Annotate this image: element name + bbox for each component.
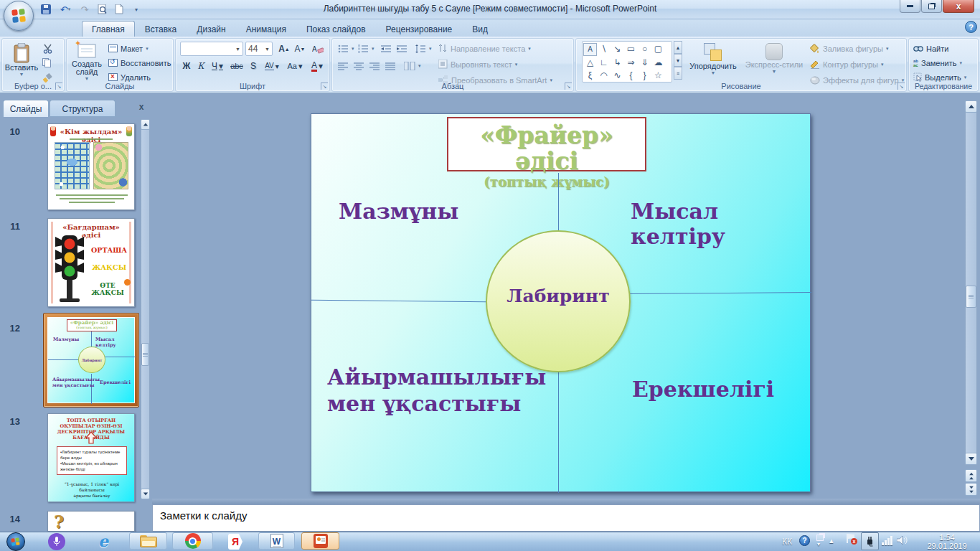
shape-right-arrow[interactable]: ⇒ — [624, 56, 638, 69]
main-scrollbar[interactable] — [965, 100, 977, 466]
replace-button[interactable]: abacЗаменить▾ — [913, 56, 962, 70]
main-scroll-down[interactable] — [965, 453, 977, 465]
tab-home[interactable]: Главная — [82, 21, 135, 37]
bold-button[interactable]: Ж — [180, 59, 193, 73]
shape-elbow[interactable]: ∟ — [597, 56, 611, 69]
strikethrough-button[interactable]: abc — [228, 59, 245, 73]
shapes-scroll-down[interactable]: ▼ — [674, 54, 682, 67]
slide-thumbnail-14[interactable]: ? — [47, 511, 135, 532]
font-color-button[interactable]: А▾ — [308, 59, 326, 73]
font-name-combo[interactable]: ▼ — [180, 42, 243, 56]
character-spacing-button[interactable]: AV▾ — [261, 59, 283, 73]
help-button[interactable]: ? — [965, 21, 977, 33]
panel-tab-outline[interactable]: Структура — [50, 100, 116, 117]
help-tray-icon[interactable]: ? — [799, 535, 810, 546]
notes-splitter[interactable] — [152, 499, 980, 504]
decrease-indent-button[interactable] — [381, 42, 392, 55]
panel-scroll-down[interactable] — [141, 489, 150, 499]
shape-arrow[interactable]: ↘ — [611, 42, 624, 55]
text-direction-button[interactable]: Направление текста▾ — [438, 42, 531, 55]
tab-review[interactable]: Рецензирование — [376, 21, 463, 37]
tab-view[interactable]: Вид — [462, 21, 498, 37]
shape-arc[interactable]: ◠ — [597, 69, 611, 82]
slide-label-topleft[interactable]: Мазмұны — [339, 199, 458, 224]
close-button[interactable]: x — [943, 0, 974, 13]
file-explorer-button[interactable] — [129, 532, 167, 550]
network-signal-icon[interactable] — [882, 536, 892, 545]
shapes-scroll-up[interactable]: ▲ — [674, 41, 682, 54]
shape-fill-button[interactable]: Заливка фигуры▾ — [810, 42, 889, 55]
slide-thumbnail-12-selected[interactable]: «Фрайер» әдісі (топтық жұмыс) Мазмұны Мы… — [43, 313, 139, 408]
text-shadow-button[interactable]: S — [247, 59, 260, 73]
slide-label-bottomright[interactable]: Ерекшелігі — [632, 377, 774, 402]
shape-triangle[interactable]: △ — [583, 56, 597, 69]
panel-scroll-thumb[interactable] — [141, 343, 149, 366]
slide-label-bottomleft[interactable]: Айырмашылығымен ұқсастығы — [327, 364, 546, 417]
layout-button[interactable]: Макет▾ — [108, 42, 149, 55]
numbering-button[interactable]: ▾ — [358, 42, 374, 55]
quick-styles-button[interactable]: Экспресс-стили▼ — [743, 41, 806, 85]
new-slide-button[interactable]: ✦ Создать слайд▼ — [68, 41, 105, 85]
tab-insert[interactable]: Вставка — [135, 21, 187, 37]
font-size-combo[interactable]: 44▼ — [245, 42, 273, 56]
internet-explorer-icon[interactable]: e — [93, 532, 113, 550]
reset-button[interactable]: ↺Восстановить — [108, 56, 171, 70]
italic-button[interactable]: К — [194, 59, 207, 73]
voice-recorder-icon[interactable] — [48, 533, 65, 550]
print-preview-button[interactable] — [95, 3, 109, 17]
paste-button[interactable]: Вставить▼ — [5, 41, 38, 84]
redo-button[interactable]: ↷ — [77, 3, 92, 17]
slide-thumbnail-13[interactable]: ТОПТА ОТЫРҒАН ОҚУШЫЛАР ӨЗІН-ӨЗІДЕСКРИПТО… — [47, 413, 135, 502]
tab-design[interactable]: Дизайн — [187, 21, 235, 37]
bullets-button[interactable]: ▾ — [338, 42, 354, 55]
copy-button[interactable] — [42, 56, 52, 70]
restore-button[interactable] — [921, 0, 942, 13]
panel-scroll-up[interactable] — [141, 119, 150, 130]
justify-button[interactable] — [385, 59, 396, 72]
align-text-button[interactable]: Выровнять текст▾ — [438, 57, 517, 71]
show-hidden-icons-button[interactable]: ▴ — [829, 536, 834, 545]
slide-thumbnail-10[interactable]: «Кім жылдам» әдісі — [47, 123, 135, 210]
office-button[interactable] — [4, 1, 34, 31]
word-button[interactable]: W — [258, 532, 295, 550]
undo-button[interactable]: ↶▾ — [56, 3, 75, 17]
change-case-button[interactable]: Aa▾ — [285, 59, 305, 73]
tab-animation[interactable]: Анимация — [236, 21, 296, 37]
line-spacing-button[interactable]: ▾ — [415, 42, 432, 55]
volume-icon[interactable] — [897, 535, 908, 547]
qat-customize-button[interactable]: ▾ — [129, 3, 143, 17]
tray-dropdown-icon[interactable]: ▾ — [817, 541, 820, 547]
chrome-button[interactable] — [172, 532, 213, 550]
increase-indent-button[interactable] — [397, 42, 407, 55]
slide-thumbnail-11[interactable]: «Бағдаршам» әдісі ОРТАША ЖАҚСЫ ӨТЕ ЖАҚСЫ — [47, 218, 135, 307]
shape-scribble[interactable]: ξ — [583, 69, 597, 82]
shape-rounded-rectangle[interactable]: ▢ — [651, 42, 665, 55]
arrange-button[interactable]: Упорядочить▼ — [685, 41, 741, 85]
slide-center-circle[interactable]: Лабиринт — [486, 230, 631, 372]
drawing-dialog-launcher[interactable]: ↘ — [897, 83, 905, 90]
shape-textbox[interactable]: A — [583, 43, 597, 56]
language-indicator[interactable]: КК — [782, 537, 792, 547]
shape-left-brace[interactable]: { — [624, 69, 638, 82]
shape-down-arrow[interactable]: ⇓ — [638, 56, 651, 69]
shape-rectangle[interactable]: ▭ — [624, 42, 638, 55]
slide-label-topright[interactable]: Мысал келтіру — [631, 199, 810, 249]
save-button[interactable] — [39, 3, 53, 17]
shapes-gallery[interactable]: A∖↘▭○▢△∟↳⇒⇓☁ξ◠∿{}☆ — [582, 41, 672, 83]
clock[interactable]: 1:54 29.01.2019 — [918, 533, 976, 550]
align-left-button[interactable] — [338, 59, 349, 72]
shapes-gallery-more[interactable]: ≡ — [674, 67, 682, 80]
cut-button[interactable] — [42, 42, 53, 55]
shape-star[interactable]: ☆ — [651, 69, 665, 82]
powerpoint-button-active[interactable] — [301, 532, 339, 550]
shape-right-brace[interactable]: } — [638, 69, 651, 82]
minimize-button[interactable] — [900, 0, 920, 13]
align-center-button[interactable] — [354, 59, 364, 72]
shape-curve[interactable]: ∿ — [611, 69, 624, 82]
shape-oval[interactable]: ○ — [638, 42, 651, 55]
shape-line[interactable]: ∖ — [597, 42, 611, 55]
shrink-font-button[interactable]: A▼ — [293, 42, 307, 56]
tab-slideshow[interactable]: Показ слайдов — [296, 21, 376, 37]
notes-pane[interactable]: Заметки к слайду — [152, 504, 980, 532]
panel-close-button[interactable]: x — [136, 103, 146, 113]
